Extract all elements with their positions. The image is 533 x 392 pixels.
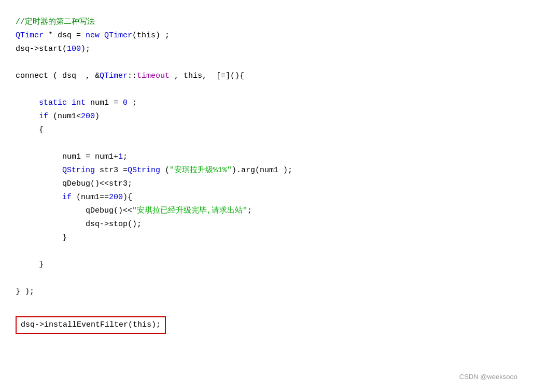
code-line-close-connect: } ); [16,285,517,299]
code-line-qdebug2: qDebug()<<"安琪拉已经升级完毕,请求出站"; [16,204,517,218]
code-block: //定时器的第二种写法 QTimer * dsq = new QTimer(th… [16,10,517,339]
blank-line-5 [16,272,517,285]
code-line-if1: if (num1<200) [16,110,517,123]
comment-line: //定时器的第二种写法 [16,16,517,29]
highlighted-code-line: dsq->installEventFilter(this); [16,316,166,334]
code-line-qdebug1: qDebug()<<str3; [16,177,517,191]
code-line-start: dsq->start(100); [16,43,517,56]
code-line-if2: if (num1==200){ [16,191,517,204]
blank-line-6 [16,299,517,312]
blank-line-1 [16,56,517,69]
code-line-qtimer: QTimer * dsq = new QTimer(this) ; [16,29,517,43]
code-line-stop: dsq->stop(); [16,218,517,231]
blank-line-3 [16,137,517,150]
code-line-connect: connect ( dsq , &QTimer::timeout , this,… [16,69,517,83]
code-line-num1: num1 = num1+1; [16,150,517,164]
code-line-brace-close2: } [16,258,517,272]
blank-line-4 [16,245,517,258]
blank-line-2 [16,83,517,96]
code-line-qstring: QString str3 =QString ("安琪拉升级%1%").arg(n… [16,164,517,177]
code-line-brace-open: { [16,123,517,137]
code-line-brace-close1: } [16,231,517,245]
code-line-static: static int num1 = 0 ; [16,96,517,110]
watermark: CSDN @weeksooo [459,372,517,383]
